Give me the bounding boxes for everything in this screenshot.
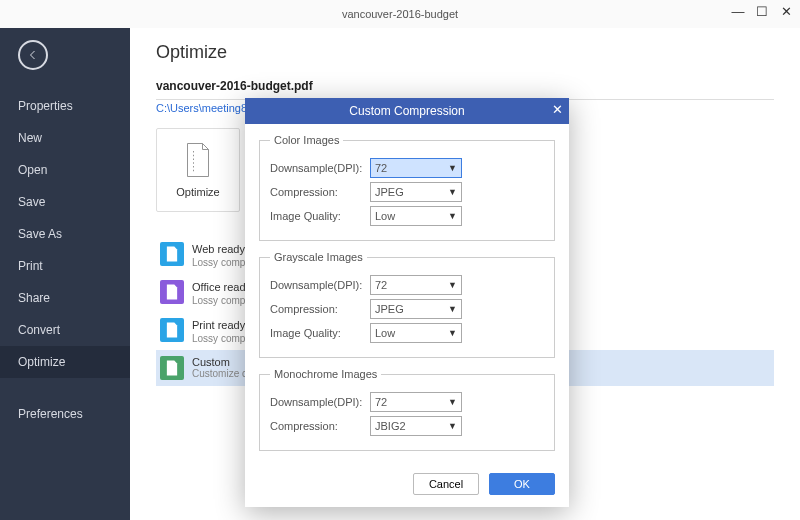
monochrome-images-legend: Monochrome Images <box>270 368 381 380</box>
color-images-group: Color Images Downsample(DPI): 72▼ Compre… <box>259 134 555 241</box>
chevron-down-icon: ▼ <box>448 328 457 338</box>
ok-button[interactable]: OK <box>489 473 555 495</box>
chevron-down-icon: ▼ <box>448 163 457 173</box>
chevron-down-icon: ▼ <box>448 397 457 407</box>
color-quality-label: Image Quality: <box>270 210 370 222</box>
mono-compression-label: Compression: <box>270 420 370 432</box>
color-downsample-select[interactable]: 72▼ <box>370 158 462 178</box>
cancel-button[interactable]: Cancel <box>413 473 479 495</box>
grayscale-images-group: Grayscale Images Downsample(DPI): 72▼ Co… <box>259 251 555 358</box>
dialog-title: Custom Compression <box>349 104 464 118</box>
color-downsample-label: Downsample(DPI): <box>270 162 370 174</box>
grayscale-images-legend: Grayscale Images <box>270 251 367 263</box>
dialog-close-button[interactable]: ✕ <box>552 102 563 117</box>
color-compression-select[interactable]: JPEG▼ <box>370 182 462 202</box>
gray-quality-select[interactable]: Low▼ <box>370 323 462 343</box>
mono-downsample-select[interactable]: 72▼ <box>370 392 462 412</box>
chevron-down-icon: ▼ <box>448 280 457 290</box>
chevron-down-icon: ▼ <box>448 421 457 431</box>
monochrome-images-group: Monochrome Images Downsample(DPI): 72▼ C… <box>259 368 555 451</box>
color-images-legend: Color Images <box>270 134 343 146</box>
color-quality-select[interactable]: Low▼ <box>370 206 462 226</box>
gray-downsample-select[interactable]: 72▼ <box>370 275 462 295</box>
mono-downsample-label: Downsample(DPI): <box>270 396 370 408</box>
gray-quality-label: Image Quality: <box>270 327 370 339</box>
gray-compression-label: Compression: <box>270 303 370 315</box>
modal-overlay: Custom Compression ✕ Color Images Downsa… <box>0 0 800 520</box>
mono-compression-select[interactable]: JBIG2▼ <box>370 416 462 436</box>
gray-downsample-label: Downsample(DPI): <box>270 279 370 291</box>
color-compression-label: Compression: <box>270 186 370 198</box>
custom-compression-dialog: Custom Compression ✕ Color Images Downsa… <box>245 98 569 507</box>
chevron-down-icon: ▼ <box>448 211 457 221</box>
gray-compression-select[interactable]: JPEG▼ <box>370 299 462 319</box>
chevron-down-icon: ▼ <box>448 187 457 197</box>
chevron-down-icon: ▼ <box>448 304 457 314</box>
dialog-title-bar: Custom Compression ✕ <box>245 98 569 124</box>
